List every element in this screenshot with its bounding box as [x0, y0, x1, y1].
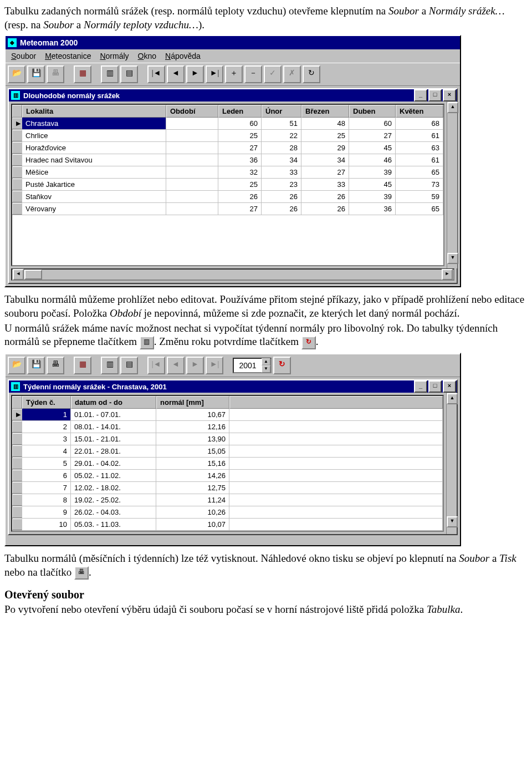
menu-okno[interactable]: Okno [135, 50, 162, 62]
scroll-up-icon[interactable]: ▲ [447, 393, 458, 404]
table-header: Týden č. datum od - do normál [mm] [12, 396, 443, 409]
paragraph-4: Tabulku normálů (měsíčních i týdenních) … [4, 552, 528, 580]
table-row[interactable]: Věrovany2726263665 [12, 203, 443, 215]
spin-up-icon[interactable]: ▲ [262, 358, 270, 365]
app-icon: ◆ [8, 38, 17, 47]
maximize-icon[interactable]: □ [428, 89, 442, 101]
minimize-icon[interactable]: _ [414, 380, 427, 393]
col-unor[interactable]: Únor [262, 105, 301, 118]
prev-icon[interactable]: ◄ [167, 65, 185, 83]
calendar2-icon[interactable]: ▤ [120, 65, 138, 83]
paragraph-3: U normálů srážek máme navíc možnost nech… [4, 322, 528, 349]
table-row[interactable]: 1005.03. - 11.03.10,07 [12, 519, 443, 531]
menubar: Soubor Meteostanice Normály Okno Nápověd… [6, 49, 460, 63]
toolbar2: 📂 💾 🖶 ▦ ▥ ▤ |◄ ◄ ► ►| ▲▼ ↻ [6, 354, 460, 377]
confirm-icon[interactable]: ✓ [264, 65, 282, 83]
table-row[interactable]: Měšice3233273965 [12, 166, 443, 179]
calendar1-icon[interactable]: ▥ [101, 357, 119, 374]
calendar2-icon[interactable]: ▤ [120, 357, 138, 374]
weekly-table: Týden č. datum od - do normál [mm] ▶101.… [11, 395, 444, 532]
next-icon[interactable]: ► [186, 65, 204, 83]
prev-icon[interactable]: ◄ [167, 357, 185, 374]
table-row[interactable]: Horažďovice2728294563 [12, 142, 443, 154]
table-row[interactable]: 712.02. - 18.02.12,75 [12, 482, 443, 494]
year-input[interactable] [234, 360, 262, 370]
table-blank [12, 215, 443, 265]
main-app-window: ◆ Meteoman 2000 Soubor Meteostanice Norm… [4, 35, 461, 287]
table-row[interactable]: 315.01. - 21.01.13,90 [12, 433, 443, 445]
table-row[interactable]: 529.01. - 04.02.15,16 [12, 458, 443, 470]
minimize-icon[interactable]: _ [414, 89, 427, 101]
col-brezen[interactable]: Březen [301, 105, 349, 118]
col-duben[interactable]: Duben [349, 105, 396, 118]
col-tyden[interactable]: Týden č. [22, 396, 71, 409]
table-row[interactable]: Chrlice2522252761 [12, 130, 443, 142]
table-row[interactable]: ▶Chrastava6051486068 [12, 118, 443, 130]
first-icon[interactable]: |◄ [147, 357, 165, 374]
print-icon[interactable]: 🖶 [47, 65, 64, 83]
year-input-box[interactable]: ▲▼ [233, 358, 272, 373]
close-icon[interactable]: × [443, 380, 456, 393]
subwin-title: Dlouhodobé normály srážek [23, 92, 120, 100]
print-inline-icon[interactable]: 🖶 [74, 566, 89, 580]
scroll-down-icon[interactable]: ▼ [447, 253, 458, 264]
menu-soubor[interactable]: Soubor [8, 50, 42, 62]
save-icon[interactable]: 💾 [27, 357, 45, 374]
col-lokalita[interactable]: Lokalita [22, 105, 166, 118]
print-icon[interactable]: 🖶 [47, 357, 64, 374]
table-row[interactable]: Staňkov2626263959 [12, 191, 443, 203]
spin-down-icon[interactable]: ▼ [262, 365, 270, 373]
add-icon[interactable]: ＋ [225, 65, 243, 83]
menu-napoveda[interactable]: Nápověda [162, 50, 206, 62]
subwin-icon: ▥ [11, 382, 20, 391]
table-row[interactable]: 422.01. - 28.01.15,05 [12, 445, 443, 458]
scroll-up-icon[interactable]: ▲ [447, 102, 458, 113]
last-icon[interactable]: ►| [206, 357, 223, 374]
subwin-icon: ▥ [11, 91, 20, 100]
remove-icon[interactable]: － [244, 65, 262, 83]
table-row[interactable]: Hradec nad Svitavou3634344661 [12, 154, 443, 166]
weekly-app-window: 📂 💾 🖶 ▦ ▥ ▤ |◄ ◄ ► ►| ▲▼ ↻ ▥ Týdenní nor… [4, 353, 461, 546]
table-row[interactable]: Pusté Jakartice2523334573 [12, 179, 443, 191]
col-normal[interactable]: normál [mm] [156, 396, 229, 409]
section-heading: Otevřený soubor [4, 587, 528, 602]
menu-normaly[interactable]: Normály [96, 50, 134, 62]
col-kveten[interactable]: Květen [396, 105, 443, 118]
table-row[interactable]: 605.02. - 11.02.14,26 [12, 470, 443, 482]
intro-paragraph: Tabulku zadaných normálů srážek (resp. n… [4, 4, 528, 32]
maximize-icon[interactable]: □ [428, 380, 442, 393]
close-icon[interactable]: × [443, 89, 456, 101]
scroll-right-icon[interactable]: ► [442, 269, 453, 280]
menu-meteostanice[interactable]: Meteostanice [42, 50, 96, 62]
scroll-thumb[interactable] [24, 270, 42, 280]
hscrollbar[interactable]: ◄ ► [11, 268, 454, 281]
table-row[interactable]: 819.02. - 25.02.11,24 [12, 494, 443, 506]
next-icon[interactable]: ► [186, 357, 204, 374]
save-icon[interactable]: 💾 [27, 65, 45, 83]
cancel-icon[interactable]: ✗ [283, 65, 301, 83]
refresh-icon[interactable]: ↻ [303, 65, 320, 83]
col-obdobi[interactable]: Období [166, 105, 218, 118]
open-icon[interactable]: 📂 [8, 357, 25, 374]
last-icon[interactable]: ►| [206, 65, 223, 83]
scroll-down-icon[interactable]: ▼ [447, 516, 458, 527]
vscrollbar[interactable]: ▲ ▼ [447, 101, 457, 268]
confirm-year-icon[interactable]: ↻ [301, 336, 316, 349]
open-icon[interactable]: 📂 [8, 65, 25, 83]
calendar1-icon[interactable]: ▥ [101, 65, 119, 83]
year-spinner[interactable]: ▲▼ [262, 358, 270, 373]
weekly-switch-icon[interactable]: ▥ [140, 336, 154, 349]
grid-icon[interactable]: ▦ [74, 65, 91, 83]
scroll-left-icon[interactable]: ◄ [13, 269, 24, 280]
table-row[interactable]: 926.02. - 04.03.10,26 [12, 506, 443, 519]
first-icon[interactable]: |◄ [147, 65, 165, 83]
toolbar: 📂 💾 🖶 ▦ ▥ ▤ |◄ ◄ ► ►| ＋ － ✓ ✗ ↻ [6, 63, 460, 86]
col-leden[interactable]: Leden [218, 105, 262, 118]
table-row[interactable]: ▶101.01. - 07.01.10,67 [12, 409, 443, 421]
grid-icon[interactable]: ▦ [74, 357, 91, 374]
table-row[interactable]: 208.01. - 14.01.12,16 [12, 421, 443, 433]
col-datum[interactable]: datum od - do [71, 396, 156, 409]
vscrollbar[interactable]: ▲ ▼ [446, 393, 457, 534]
apply-year-icon[interactable]: ↻ [273, 357, 291, 374]
paragraph-2: Tabulku normálů můžeme prohlížet nebo ed… [4, 293, 528, 320]
